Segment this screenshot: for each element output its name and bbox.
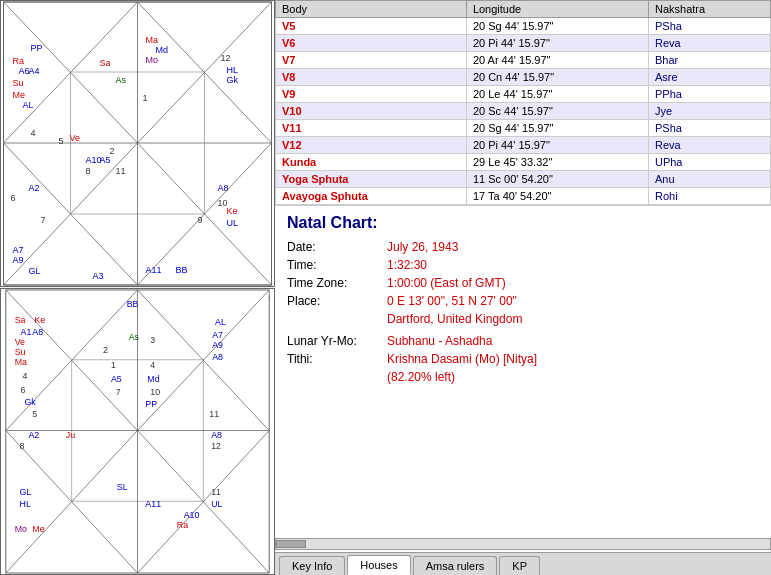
svg-text:4: 4 <box>23 371 28 381</box>
svg-text:11: 11 <box>211 487 221 497</box>
timezone-value: 1:00:00 (East of GMT) <box>387 276 506 290</box>
svg-text:A8: A8 <box>218 183 229 193</box>
tithi-pct-value: (82.20% left) <box>387 370 455 384</box>
table-cell: Reva <box>648 137 770 154</box>
place-value: 0 E 13' 00", 51 N 27' 00" <box>387 294 517 308</box>
svg-text:HL: HL <box>227 65 239 75</box>
svg-text:8: 8 <box>20 441 25 451</box>
svg-text:A2: A2 <box>29 183 40 193</box>
date-label: Date: <box>287 240 387 254</box>
table-cell: V7 <box>276 52 467 69</box>
table-cell: 20 Le 44' 15.97" <box>466 86 648 103</box>
table-cell: PSha <box>648 120 770 137</box>
natal-info: Natal Chart: Date: July 26, 1943 Time: 1… <box>275 205 771 536</box>
info-tithi-pct-row: (82.20% left) <box>287 370 759 384</box>
svg-text:A9: A9 <box>13 255 24 265</box>
table-cell: Asre <box>648 69 770 86</box>
svg-text:7: 7 <box>41 215 46 225</box>
info-lunar-row: Lunar Yr-Mo: Subhanu - Ashadha <box>287 334 759 348</box>
table-cell: V10 <box>276 103 467 120</box>
table-cell: V11 <box>276 120 467 137</box>
info-time-row: Time: 1:32:30 <box>287 258 759 272</box>
svg-text:AL: AL <box>215 317 226 327</box>
table-cell: Anu <box>648 171 770 188</box>
svg-text:Md: Md <box>156 45 169 55</box>
svg-text:8: 8 <box>86 166 91 176</box>
info-timezone-row: Time Zone: 1:00:00 (East of GMT) <box>287 276 759 290</box>
svg-text:A5: A5 <box>111 374 122 384</box>
col-header-body: Body <box>276 1 467 18</box>
svg-text:A1: A1 <box>21 327 32 337</box>
svg-text:UL: UL <box>227 218 239 228</box>
table-cell: PSha <box>648 18 770 35</box>
svg-text:UL: UL <box>211 499 222 509</box>
svg-text:A11: A11 <box>146 265 162 275</box>
svg-text:A9: A9 <box>212 340 223 350</box>
svg-text:6: 6 <box>21 385 26 395</box>
time-value: 1:32:30 <box>387 258 427 272</box>
lunar-label: Lunar Yr-Mo: <box>287 334 387 348</box>
svg-text:HL: HL <box>20 499 31 509</box>
svg-text:5: 5 <box>32 409 37 419</box>
col-header-nakshatra: Nakshatra <box>648 1 770 18</box>
svg-text:Md: Md <box>147 374 159 384</box>
svg-text:Ke: Ke <box>34 315 45 325</box>
svg-text:4: 4 <box>31 128 36 138</box>
left-panel: Natal Chart Rasi <box>0 0 275 575</box>
svg-text:A3: A3 <box>93 271 104 281</box>
table-cell: 20 Sg 44' 15.97" <box>466 18 648 35</box>
table-cell: Rohi <box>648 188 770 205</box>
table-cell: Jye <box>648 103 770 120</box>
tab-amsa-rulers[interactable]: Amsa rulers <box>413 556 498 575</box>
table-cell: Reva <box>648 35 770 52</box>
tab-key-info[interactable]: Key Info <box>279 556 345 575</box>
svg-text:10: 10 <box>150 387 160 397</box>
svg-text:A7: A7 <box>212 330 223 340</box>
svg-text:Sa: Sa <box>15 315 26 325</box>
svg-text:A10: A10 <box>184 510 200 520</box>
table-row: V1120 Sg 44' 15.97"PSha <box>276 120 771 137</box>
table-row: V820 Cn 44' 15.97"Asre <box>276 69 771 86</box>
horizontal-scrollbar[interactable] <box>275 538 771 550</box>
table-cell: V5 <box>276 18 467 35</box>
svg-text:A5: A5 <box>100 155 111 165</box>
place-label: Place: <box>287 294 387 308</box>
table-row: V520 Sg 44' 15.97"PSha <box>276 18 771 35</box>
svg-text:GL: GL <box>20 487 32 497</box>
table-cell: 29 Le 45' 33.32" <box>466 154 648 171</box>
svg-text:9: 9 <box>198 215 203 225</box>
tithi-label: Tithi: <box>287 352 387 366</box>
info-place-row: Place: 0 E 13' 00", 51 N 27' 00" <box>287 294 759 308</box>
svg-text:Ra: Ra <box>177 520 188 530</box>
scroll-thumb[interactable] <box>276 540 306 548</box>
svg-text:As: As <box>129 332 140 342</box>
table-row: Yoga Sphuta11 Sc 00' 54.20"Anu <box>276 171 771 188</box>
table-cell: Yoga Sphuta <box>276 171 467 188</box>
svg-text:Ke: Ke <box>227 206 238 216</box>
svg-text:Sa: Sa <box>100 58 111 68</box>
svg-text:Ve: Ve <box>70 133 81 143</box>
svg-text:A8: A8 <box>211 430 222 440</box>
tab-kp[interactable]: KP <box>499 556 540 575</box>
table-cell: 20 Sg 44' 15.97" <box>466 120 648 137</box>
svg-text:SL: SL <box>117 482 128 492</box>
table-cell: 20 Ar 44' 15.97" <box>466 52 648 69</box>
svg-text:GL: GL <box>29 266 41 276</box>
info-tithi-row: Tithi: Krishna Dasami (Mo) [Nitya] <box>287 352 759 366</box>
svg-text:A8: A8 <box>212 352 223 362</box>
table-cell: Kunda <box>276 154 467 171</box>
svg-text:11: 11 <box>209 409 219 419</box>
svg-text:Ma: Ma <box>146 35 159 45</box>
rasi-grid: PP Ra A6 A4 Su Me AL 4 Sa Ma Md Mo As 1 … <box>1 1 274 286</box>
planetary-table: Body Longitude Nakshatra V520 Sg 44' 15.… <box>275 0 771 205</box>
table-cell: Bhar <box>648 52 770 69</box>
svg-text:A4: A4 <box>29 66 40 76</box>
tithi-value: Krishna Dasami (Mo) [Nitya] <box>387 352 537 366</box>
natal-info-title: Natal Chart: <box>287 214 759 232</box>
tab-houses[interactable]: Houses <box>347 555 410 575</box>
table-row: V920 Le 44' 15.97"PPha <box>276 86 771 103</box>
svg-text:Me: Me <box>13 90 26 100</box>
svg-text:PP: PP <box>145 399 157 409</box>
info-place-name-row: Dartford, United Kingdom <box>287 312 759 326</box>
timezone-label: Time Zone: <box>287 276 387 290</box>
